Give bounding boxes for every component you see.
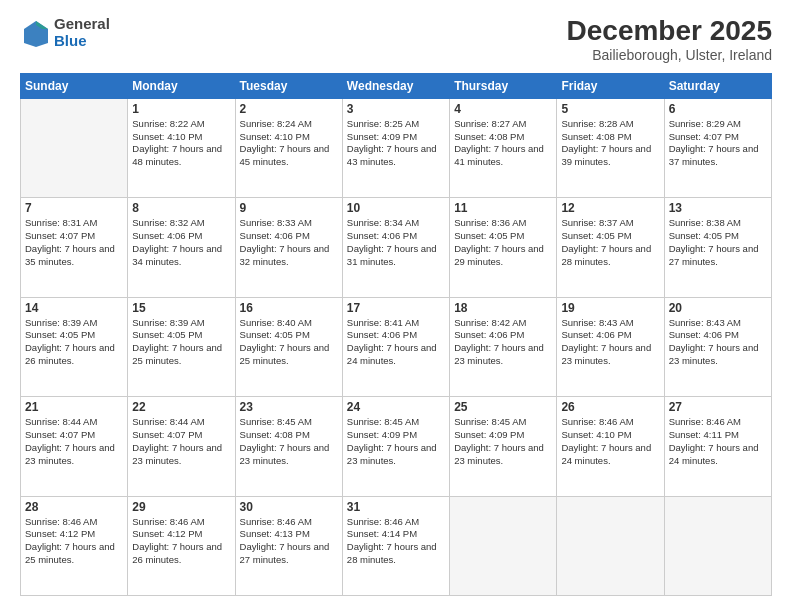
day-info: Sunrise: 8:44 AMSunset: 4:07 PMDaylight:… [132,416,230,467]
header: General Blue December 2025 Bailieborough… [20,16,772,63]
day-info: Sunrise: 8:36 AMSunset: 4:05 PMDaylight:… [454,217,552,268]
col-header-tuesday: Tuesday [235,73,342,98]
main-title: December 2025 [567,16,772,47]
day-info: Sunrise: 8:45 AMSunset: 4:09 PMDaylight:… [347,416,445,467]
calendar-cell: 7Sunrise: 8:31 AMSunset: 4:07 PMDaylight… [21,198,128,297]
col-header-friday: Friday [557,73,664,98]
calendar-cell: 28Sunrise: 8:46 AMSunset: 4:12 PMDayligh… [21,496,128,595]
day-info: Sunrise: 8:45 AMSunset: 4:09 PMDaylight:… [454,416,552,467]
col-header-saturday: Saturday [664,73,771,98]
calendar-cell: 29Sunrise: 8:46 AMSunset: 4:12 PMDayligh… [128,496,235,595]
day-number: 1 [132,102,230,116]
day-info: Sunrise: 8:46 AMSunset: 4:10 PMDaylight:… [561,416,659,467]
calendar-cell: 20Sunrise: 8:43 AMSunset: 4:06 PMDayligh… [664,297,771,396]
calendar-cell: 26Sunrise: 8:46 AMSunset: 4:10 PMDayligh… [557,397,664,496]
day-number: 28 [25,500,123,514]
day-info: Sunrise: 8:46 AMSunset: 4:14 PMDaylight:… [347,516,445,567]
day-number: 27 [669,400,767,414]
calendar-cell: 9Sunrise: 8:33 AMSunset: 4:06 PMDaylight… [235,198,342,297]
day-info: Sunrise: 8:37 AMSunset: 4:05 PMDaylight:… [561,217,659,268]
calendar-page: General Blue December 2025 Bailieborough… [0,0,792,612]
day-number: 5 [561,102,659,116]
day-info: Sunrise: 8:22 AMSunset: 4:10 PMDaylight:… [132,118,230,169]
day-number: 22 [132,400,230,414]
calendar-cell: 10Sunrise: 8:34 AMSunset: 4:06 PMDayligh… [342,198,449,297]
day-info: Sunrise: 8:46 AMSunset: 4:11 PMDaylight:… [669,416,767,467]
day-number: 30 [240,500,338,514]
col-header-monday: Monday [128,73,235,98]
day-number: 20 [669,301,767,315]
day-info: Sunrise: 8:32 AMSunset: 4:06 PMDaylight:… [132,217,230,268]
day-info: Sunrise: 8:25 AMSunset: 4:09 PMDaylight:… [347,118,445,169]
calendar-week-5: 28Sunrise: 8:46 AMSunset: 4:12 PMDayligh… [21,496,772,595]
day-info: Sunrise: 8:39 AMSunset: 4:05 PMDaylight:… [132,317,230,368]
calendar-cell: 11Sunrise: 8:36 AMSunset: 4:05 PMDayligh… [450,198,557,297]
calendar-cell: 21Sunrise: 8:44 AMSunset: 4:07 PMDayligh… [21,397,128,496]
day-info: Sunrise: 8:43 AMSunset: 4:06 PMDaylight:… [669,317,767,368]
day-number: 18 [454,301,552,315]
day-info: Sunrise: 8:42 AMSunset: 4:06 PMDaylight:… [454,317,552,368]
calendar-cell: 6Sunrise: 8:29 AMSunset: 4:07 PMDaylight… [664,98,771,197]
day-number: 4 [454,102,552,116]
calendar-week-3: 14Sunrise: 8:39 AMSunset: 4:05 PMDayligh… [21,297,772,396]
day-number: 2 [240,102,338,116]
calendar-cell: 5Sunrise: 8:28 AMSunset: 4:08 PMDaylight… [557,98,664,197]
col-header-thursday: Thursday [450,73,557,98]
day-info: Sunrise: 8:46 AMSunset: 4:12 PMDaylight:… [25,516,123,567]
title-block: December 2025 Bailieborough, Ulster, Ire… [567,16,772,63]
calendar-cell: 2Sunrise: 8:24 AMSunset: 4:10 PMDaylight… [235,98,342,197]
calendar-cell: 22Sunrise: 8:44 AMSunset: 4:07 PMDayligh… [128,397,235,496]
logo-icon [20,17,52,49]
day-info: Sunrise: 8:28 AMSunset: 4:08 PMDaylight:… [561,118,659,169]
day-info: Sunrise: 8:40 AMSunset: 4:05 PMDaylight:… [240,317,338,368]
subtitle: Bailieborough, Ulster, Ireland [567,47,772,63]
calendar-cell: 31Sunrise: 8:46 AMSunset: 4:14 PMDayligh… [342,496,449,595]
calendar-cell: 12Sunrise: 8:37 AMSunset: 4:05 PMDayligh… [557,198,664,297]
calendar-cell: 13Sunrise: 8:38 AMSunset: 4:05 PMDayligh… [664,198,771,297]
day-info: Sunrise: 8:39 AMSunset: 4:05 PMDaylight:… [25,317,123,368]
day-number: 17 [347,301,445,315]
calendar-week-2: 7Sunrise: 8:31 AMSunset: 4:07 PMDaylight… [21,198,772,297]
calendar-cell: 24Sunrise: 8:45 AMSunset: 4:09 PMDayligh… [342,397,449,496]
day-number: 16 [240,301,338,315]
calendar-cell: 25Sunrise: 8:45 AMSunset: 4:09 PMDayligh… [450,397,557,496]
day-info: Sunrise: 8:45 AMSunset: 4:08 PMDaylight:… [240,416,338,467]
day-number: 9 [240,201,338,215]
day-info: Sunrise: 8:41 AMSunset: 4:06 PMDaylight:… [347,317,445,368]
calendar-cell: 18Sunrise: 8:42 AMSunset: 4:06 PMDayligh… [450,297,557,396]
day-number: 19 [561,301,659,315]
logo-general-text: General [54,16,110,33]
day-number: 6 [669,102,767,116]
day-info: Sunrise: 8:27 AMSunset: 4:08 PMDaylight:… [454,118,552,169]
calendar-cell [557,496,664,595]
calendar-cell: 4Sunrise: 8:27 AMSunset: 4:08 PMDaylight… [450,98,557,197]
calendar-cell: 17Sunrise: 8:41 AMSunset: 4:06 PMDayligh… [342,297,449,396]
calendar-cell [664,496,771,595]
day-number: 14 [25,301,123,315]
day-info: Sunrise: 8:31 AMSunset: 4:07 PMDaylight:… [25,217,123,268]
calendar-cell: 23Sunrise: 8:45 AMSunset: 4:08 PMDayligh… [235,397,342,496]
logo: General Blue [20,16,110,49]
calendar-cell: 8Sunrise: 8:32 AMSunset: 4:06 PMDaylight… [128,198,235,297]
calendar-cell: 16Sunrise: 8:40 AMSunset: 4:05 PMDayligh… [235,297,342,396]
calendar-cell: 14Sunrise: 8:39 AMSunset: 4:05 PMDayligh… [21,297,128,396]
day-number: 13 [669,201,767,215]
day-info: Sunrise: 8:24 AMSunset: 4:10 PMDaylight:… [240,118,338,169]
day-info: Sunrise: 8:43 AMSunset: 4:06 PMDaylight:… [561,317,659,368]
day-number: 7 [25,201,123,215]
day-number: 31 [347,500,445,514]
day-info: Sunrise: 8:44 AMSunset: 4:07 PMDaylight:… [25,416,123,467]
day-info: Sunrise: 8:46 AMSunset: 4:12 PMDaylight:… [132,516,230,567]
day-number: 24 [347,400,445,414]
day-info: Sunrise: 8:38 AMSunset: 4:05 PMDaylight:… [669,217,767,268]
calendar-cell: 1Sunrise: 8:22 AMSunset: 4:10 PMDaylight… [128,98,235,197]
day-number: 29 [132,500,230,514]
calendar-cell: 15Sunrise: 8:39 AMSunset: 4:05 PMDayligh… [128,297,235,396]
day-info: Sunrise: 8:34 AMSunset: 4:06 PMDaylight:… [347,217,445,268]
col-header-wednesday: Wednesday [342,73,449,98]
calendar-cell: 19Sunrise: 8:43 AMSunset: 4:06 PMDayligh… [557,297,664,396]
day-number: 11 [454,201,552,215]
calendar-header-row: SundayMondayTuesdayWednesdayThursdayFrid… [21,73,772,98]
day-number: 21 [25,400,123,414]
calendar-cell [450,496,557,595]
